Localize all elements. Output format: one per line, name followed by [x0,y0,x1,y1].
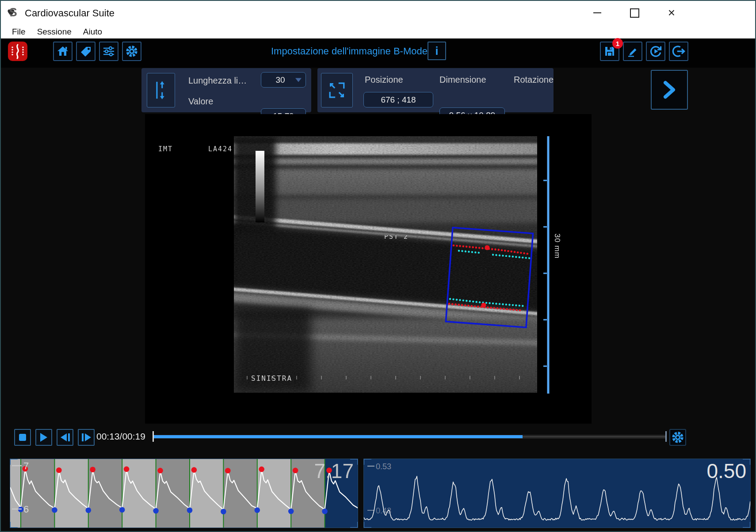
roi-transform-panel: Posizione 676 ; 418 Dimensione 9.56 x 10… [317,68,554,112]
step-back-button[interactable] [57,429,73,446]
value-label: Valore [188,96,213,107]
step-back-icon [68,433,70,441]
stop-icon [19,434,26,441]
menu-sessione[interactable]: Sessione [31,27,77,37]
timeline-end-tick [665,431,667,442]
transform-tool-button[interactable] [321,73,353,107]
y-bottom-label: 6 [23,504,29,515]
roi-box[interactable] [446,228,533,328]
player-settings-button[interactable] [669,429,686,446]
step-forward-button[interactable] [78,429,95,446]
play-icon [40,433,47,442]
app-brand-icon [8,42,27,63]
player-gear-icon [671,431,684,444]
app-window: ♥S Cardiovascular Suite × File Sessione … [0,0,756,532]
flow-current-value: 0.50 [706,459,746,483]
next-step-button[interactable] [651,70,688,110]
page-title: Impostazione dell'immagine B-Mode [271,46,428,57]
home-icon [57,45,69,57]
replay-circle-icon [649,45,662,58]
length-dropdown[interactable]: 30 [261,72,306,88]
dimension-label: Dimensione [439,75,486,85]
probe-label: LA424 [208,145,233,153]
menu-aiuto[interactable]: Aiuto [77,27,108,37]
flow-top-label: 0.53 [376,462,391,471]
app-logo-heart-icon: ♥S [7,5,17,20]
modality-label: IMT [158,145,173,153]
vertical-arrows-icon [152,78,170,103]
clear-annotations-button[interactable] [623,42,642,61]
near-wall-cyan-trace-b [493,255,530,258]
chevron-right-icon [661,80,677,100]
rotation-label: Rotazione [514,75,554,85]
diameter-current-value: 7.17 [314,459,354,483]
line-length-panel: Lunghezza li… 30 Valore 15.79 [141,68,311,112]
expand-arrows-icon [327,80,347,100]
position-label: Posizione [365,75,403,85]
bmode-viewport: PST 2 IMT LA424 SINISTRA 30 mm [145,114,592,424]
menu-file[interactable]: File [6,27,31,37]
grayscale-bar [256,151,264,222]
info-button[interactable]: i [428,42,446,60]
window-title: Cardiovascular Suite [25,8,115,19]
tag-icon [80,45,92,57]
tags-button[interactable] [76,42,95,61]
title-bar: ♥S Cardiovascular Suite × [1,1,755,25]
menu-bar: File Sessione Aiuto [1,25,755,38]
timeline-progress-fill [154,435,523,438]
stop-button[interactable] [14,429,31,446]
length-label: Lunghezza li… [188,76,247,86]
scale-label: 30 mm [553,233,561,259]
home-button[interactable] [53,42,73,61]
diameter-trend-chart[interactable]: 7 6 7.17 [10,459,358,528]
close-button[interactable]: × [660,4,683,22]
logout-icon [672,45,685,58]
near-wall-marker[interactable] [485,245,489,250]
step-forward-icon [85,433,91,441]
settings-button[interactable] [122,42,141,61]
minimize-icon [593,12,601,13]
play-button[interactable] [35,429,52,446]
flow-trace-chart[interactable]: 0.53 0.43 0.50 [363,459,751,528]
maximize-button[interactable] [622,4,646,22]
exit-session-button[interactable] [669,42,688,61]
calibration-tool-button[interactable] [147,73,175,107]
replay-button[interactable] [646,42,665,61]
depth-scale [541,136,552,394]
timeline-slider[interactable] [154,435,666,439]
position-field[interactable]: 676 ; 418 [363,92,433,107]
minimize-button[interactable] [585,4,609,22]
side-label: SINISTRA [251,374,292,383]
chevron-down-icon [295,78,302,82]
near-wall-red-trace [454,245,528,254]
far-wall-marker[interactable] [481,302,486,307]
info-icon: i [435,45,439,57]
save-badge: 1 [612,38,623,49]
adjustments-button[interactable] [99,42,118,61]
gear-icon [125,45,138,58]
playback-time: 00:13/00:19 [96,431,145,442]
maximize-icon [630,8,639,18]
ultrasound-image[interactable] [234,136,537,393]
sliders-icon [103,45,115,57]
y-top-label: 7 [23,460,29,471]
pen-icon [626,45,639,57]
roi-overlay[interactable] [234,136,537,393]
near-wall-cyan-trace-a [459,251,481,253]
preset-label: PST 2 [384,235,409,241]
